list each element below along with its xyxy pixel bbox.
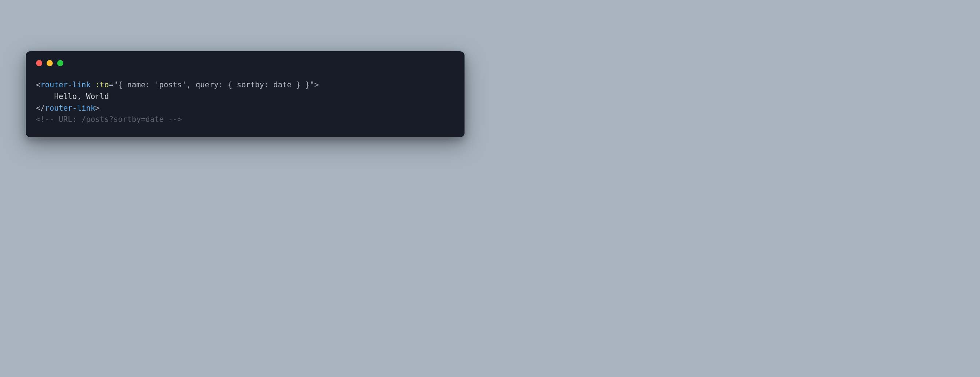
code-line-2: Hello, World [36,92,109,101]
attr-name: :to [95,80,109,89]
attr-value: { name: 'posts', query: { sortby: date }… [118,80,310,89]
code-line-1: <router-link :to="{ name: 'posts', query… [36,80,319,89]
minimize-icon[interactable] [46,60,53,66]
text-content: Hello, World [54,92,109,101]
angle-close: > [95,104,100,113]
equals: = [109,80,114,89]
code-line-3: </router-link> [36,104,100,113]
code-window: <router-link :to="{ name: 'posts', query… [26,51,465,137]
space [91,80,95,89]
close-icon[interactable] [36,60,42,66]
quote-close: " [310,80,315,89]
window-titlebar [36,60,454,66]
code-line-4: <!-- URL: /posts?sortby=date --> [36,115,182,124]
quote-open: " [114,80,118,89]
tag-name: router-link [40,80,91,89]
zoom-icon[interactable] [57,60,64,66]
angle-close: > [315,80,319,89]
tag-name-close: router-link [45,104,95,113]
indent [36,92,54,101]
angle-open: < [36,80,41,89]
comment: <!-- URL: /posts?sortby=date --> [36,115,182,124]
angle-open-slash: </ [36,104,45,113]
code-block: <router-link :to="{ name: 'posts', query… [36,80,454,126]
